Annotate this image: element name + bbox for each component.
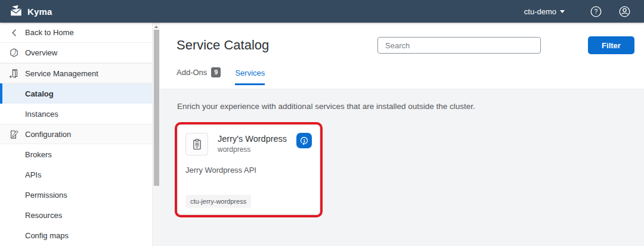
sidebar-item-label: Catalog [25,89,54,98]
kyma-logo-icon [10,5,23,18]
sidebar-scrollbar[interactable] [152,23,160,246]
sidebar-item-label: Brokers [25,150,52,159]
filter-button[interactable]: Filter [588,36,634,54]
clipboard-icon [191,138,203,151]
profile-button[interactable] [618,5,631,18]
add-ons-count-badge: 9 [211,67,221,77]
sidebar-item-apis[interactable]: APIs [0,164,152,185]
sidebar-item-service-management[interactable]: Service Management [0,63,152,83]
tabs: Add-Ons 9 Services [177,67,634,85]
topbar-right: ctu-demo ? [524,5,631,18]
main-header: Service Catalog Filter Add-Ons 9 Service… [160,23,644,89]
sidebar-item-label: Service Management [25,69,98,78]
tab-services[interactable]: Services [235,68,265,85]
profile-icon [618,5,631,18]
tab-add-ons-label: Add-Ons [177,68,207,77]
help-button[interactable]: ? [590,5,602,18]
topbar: Kyma ctu-demo ? [0,0,644,23]
plans-circle-arrow-icon: 1 [299,135,309,146]
cluster-dropdown[interactable]: ctu-demo [524,7,565,16]
sidebar: Back to Home Overview Service Management [0,23,160,246]
brand-name: Kyma [27,7,52,17]
plans-count-badge[interactable]: 1 [296,133,312,148]
service-provider: wordpress [218,145,287,154]
catalog-content: Enrich your experience with additional s… [160,89,644,246]
sidebar-item-catalog[interactable]: Catalog [0,83,152,104]
red-highlight-annotation: Jerry's Wordpress wordpress 1 Jerry Word… [175,122,323,217]
sidebar-item-instances[interactable]: Instances [0,104,152,124]
sidebar-item-label: APIs [25,170,41,179]
cluster-name: ctu-demo [524,7,556,16]
sidebar-item-label: Instances [25,110,58,119]
chevron-down-icon [560,10,565,13]
sidebar-item-label: Configuration [25,130,71,139]
svg-text:1: 1 [303,139,305,144]
service-card-jerrys-wordpress[interactable]: Jerry's Wordpress wordpress 1 Jerry Word… [178,126,319,214]
service-icon-box [185,133,208,155]
sidebar-item-label: Resources [25,211,62,220]
sidebar-item-configuration[interactable]: Configuration [0,124,152,144]
sidebar-item-brokers[interactable]: Brokers [0,144,152,164]
sidebar-item-config-maps[interactable]: Config maps [0,225,152,245]
service-description: Jerry Wordpress API [185,166,312,175]
kyma-logo-brand[interactable]: Kyma [10,5,52,18]
sidebar-item-back-to-home[interactable]: Back to Home [0,23,152,43]
sidebar-item-overview[interactable]: Overview [0,43,152,63]
sidebar-item-label: Permissions [25,191,67,200]
service-tag: ctu-jerry-wordpress [185,195,251,208]
help-icon: ? [595,8,598,15]
tab-add-ons[interactable]: Add-Ons 9 [177,67,221,85]
sidebar-item-label: Config maps [25,231,69,240]
sidebar-scrollbar-thumb[interactable] [154,30,159,186]
chevron-left-icon [8,27,20,38]
page-title: Service Catalog [177,38,377,53]
sidebar-item-resources[interactable]: Resources [0,205,152,225]
sidebar-item-permissions[interactable]: Permissions [0,185,152,205]
search-input[interactable] [377,37,541,54]
scrollbar-up-arrow-icon[interactable] [154,26,158,28]
main-area: Service Catalog Filter Add-Ons 9 Service… [160,23,644,246]
sidebar-item-label: Overview [25,48,57,57]
service-management-icon [8,68,20,79]
sidebar-item-label: Back to Home [25,28,74,37]
catalog-description: Enrich your experience with additional s… [177,102,634,111]
service-title: Jerry's Wordpress [218,134,287,144]
overview-hexagon-icon [8,47,20,58]
configuration-edit-icon [8,129,20,140]
